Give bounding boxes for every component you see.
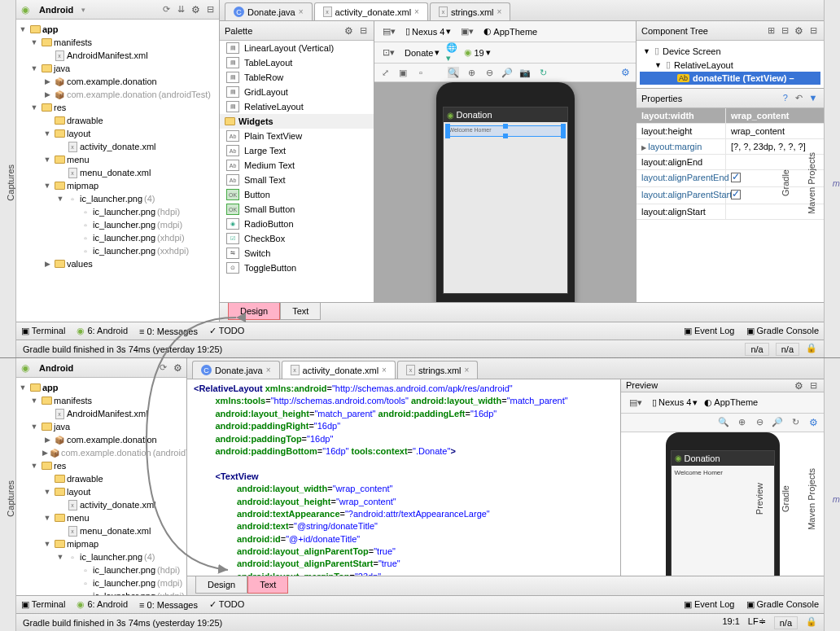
property-row[interactable]: layout:heightwrap_content bbox=[637, 124, 824, 139]
sync-icon[interactable]: ⟳ bbox=[160, 4, 172, 15]
gradle-console-button[interactable]: ▣ Gradle Console bbox=[746, 326, 820, 336]
filter-icon[interactable]: ▼ bbox=[807, 92, 819, 103]
gear-icon[interactable]: ⚙ bbox=[794, 25, 805, 37]
zoom-out-icon[interactable]: ⊖ bbox=[483, 67, 495, 78]
tree-item[interactable]: ▼manifests bbox=[16, 36, 219, 49]
rail-captures[interactable]: Captures bbox=[6, 161, 15, 204]
project-tree-2[interactable]: ◉ Android ⟳ ⚙ ▼app▼manifestsxAndroidMani… bbox=[16, 358, 187, 595]
tree-item[interactable]: ▶📦com.example.donation bbox=[16, 75, 219, 88]
component-item[interactable]: ▼▯Device Screen bbox=[640, 44, 820, 58]
device-selector[interactable]: ▯Nexus 4▾ bbox=[652, 397, 698, 408]
encoding[interactable]: n/a bbox=[774, 616, 798, 629]
help-icon[interactable]: ? bbox=[780, 92, 791, 103]
palette-item[interactable]: ⊙ToggleButton bbox=[220, 261, 374, 275]
tree-item[interactable]: ▼mipmap bbox=[16, 179, 219, 192]
checkbox[interactable] bbox=[731, 173, 741, 182]
actual-icon[interactable]: ▫ bbox=[415, 67, 427, 78]
tree-item[interactable]: ▼java bbox=[16, 62, 219, 75]
zoom-in-icon[interactable]: ⊕ bbox=[736, 417, 747, 428]
revert-icon[interactable]: ↶ bbox=[794, 93, 805, 104]
zoom-in-icon[interactable]: ⊕ bbox=[466, 67, 477, 78]
theme-selector[interactable]: ◐ AppTheme bbox=[483, 26, 537, 37]
tree-item[interactable]: ▶📦com.example.donation (androidTest) bbox=[16, 88, 219, 101]
component-item[interactable]: ▼▯RelativeLayout bbox=[640, 58, 820, 72]
theme-selector[interactable]: ◐AppTheme bbox=[704, 397, 758, 408]
gear-icon[interactable]: ⚙ bbox=[807, 417, 819, 428]
palette-toggle-icon[interactable]: ▤▾ bbox=[626, 396, 645, 410]
tree-item[interactable]: ▼app bbox=[16, 23, 219, 36]
gear-icon[interactable]: ⚙ bbox=[343, 25, 355, 37]
palette-item[interactable]: OKSmall Button bbox=[220, 202, 374, 217]
gear-icon[interactable]: ⚙ bbox=[190, 4, 201, 15]
property-row[interactable]: layout:alignParentEnd bbox=[637, 170, 824, 187]
todo-button[interactable]: ✓ TODO bbox=[209, 326, 244, 336]
android-logcat-button[interactable]: ◉ 6: Android bbox=[77, 326, 128, 336]
checkbox[interactable] bbox=[731, 190, 741, 199]
palette-section[interactable]: Widgets bbox=[220, 114, 374, 129]
fit-icon[interactable]: ▣ bbox=[397, 67, 409, 78]
palette-toggle-icon[interactable]: ▤▾ bbox=[379, 24, 399, 38]
design-tab[interactable]: Design bbox=[195, 576, 247, 594]
lock-icon[interactable]: 🔒 bbox=[806, 616, 817, 628]
tree-item[interactable]: ▫ic_launcher.png (xxhdpi) bbox=[16, 244, 219, 257]
messages-button[interactable]: ≡ 0: Messages bbox=[139, 326, 198, 336]
editor-tab[interactable]: xactivity_donate.xml× bbox=[314, 2, 428, 20]
module-selector[interactable]: Donate▾ bbox=[405, 47, 440, 58]
xml-editor[interactable]: <RelativeLayout xmlns:android="http://sc… bbox=[187, 379, 620, 576]
editor-tab[interactable]: CDonate.java× bbox=[225, 2, 313, 20]
zoom-fit-icon[interactable]: 🔎 bbox=[501, 67, 513, 78]
terminal-button[interactable]: ▣ Terminal bbox=[21, 599, 65, 610]
palette-item[interactable]: ▤TableLayout bbox=[220, 55, 374, 70]
tree-item[interactable]: ▼menu bbox=[16, 153, 219, 166]
palette-item[interactable]: ◉RadioButton bbox=[220, 217, 374, 231]
tree-item[interactable]: drawable bbox=[16, 114, 219, 127]
zoom-icon[interactable]: ⊡▾ bbox=[379, 46, 398, 59]
hide-icon[interactable]: ⊟ bbox=[357, 24, 369, 36]
todo-button[interactable]: ✓ TODO bbox=[209, 599, 244, 610]
property-row[interactable]: layout:alignStart bbox=[637, 204, 824, 220]
tree-item[interactable]: xAndroidManifest.xml bbox=[16, 407, 186, 420]
hide-icon[interactable]: ⊟ bbox=[807, 379, 819, 391]
expand-all-icon[interactable]: ⊞ bbox=[766, 24, 777, 36]
tree-item[interactable]: ▼▫ic_launcher.png (4) bbox=[16, 192, 219, 205]
sync-icon[interactable]: ⟳ bbox=[157, 362, 168, 374]
collapse-all-icon[interactable]: ⊟ bbox=[780, 24, 791, 36]
palette-item[interactable]: ☑CheckBox bbox=[220, 231, 374, 246]
gear-icon[interactable]: ⚙ bbox=[172, 362, 183, 374]
tree-item[interactable]: ▼res bbox=[16, 459, 186, 472]
zoom-actual-icon[interactable]: 🔍 bbox=[448, 67, 459, 78]
property-row[interactable]: ▶ layout:margin[?, ?, 23dp, ?, ?, ?] bbox=[637, 139, 824, 155]
rail-gradle[interactable]: Gradle bbox=[781, 482, 790, 515]
lock-icon[interactable]: 🔒 bbox=[806, 343, 817, 354]
palette-item[interactable]: ▤TableRow bbox=[220, 70, 374, 85]
tree-item[interactable]: ▫ic_launcher.png (hdpi) bbox=[16, 205, 219, 218]
gear-icon[interactable]: ⚙ bbox=[794, 380, 805, 392]
tree-item[interactable]: xactivity_donate.xml bbox=[16, 140, 219, 153]
tree-item[interactable]: ▼manifests bbox=[16, 394, 186, 407]
project-tree[interactable]: ◉ Android ▾ ⟳ ⇊ ⚙ ⊟ ▼app▼manifestsxAndro… bbox=[16, 0, 220, 322]
refresh-icon[interactable]: ↻ bbox=[537, 67, 549, 78]
palette-item[interactable]: ⇋Switch bbox=[220, 246, 374, 261]
messages-button[interactable]: ≡ 0: Messages bbox=[139, 600, 198, 610]
close-icon[interactable]: × bbox=[266, 366, 271, 375]
tree-item[interactable]: ▼▫ic_launcher.png (4) bbox=[16, 550, 186, 563]
property-row[interactable]: layout:alignParentStart bbox=[637, 187, 824, 204]
tree-item[interactable]: xAndroidManifest.xml bbox=[16, 49, 219, 62]
orientation-icon[interactable]: ▣▾ bbox=[457, 24, 477, 38]
screenshot-icon[interactable]: 📷 bbox=[519, 67, 531, 78]
zoom-fit-icon[interactable]: 🔎 bbox=[772, 417, 783, 428]
tree-item[interactable]: ▫ic_launcher.png (hdpi) bbox=[16, 563, 186, 576]
hide-icon[interactable]: ⊟ bbox=[807, 24, 819, 36]
tree-item[interactable]: ▼res bbox=[16, 101, 219, 114]
rail-gradle[interactable]: Gradle bbox=[781, 166, 790, 199]
palette-item[interactable]: AbSmall Text bbox=[220, 173, 374, 187]
text-tab[interactable]: Text bbox=[280, 303, 321, 320]
close-icon[interactable]: × bbox=[465, 366, 470, 375]
selected-widget[interactable]: Welcome Homer bbox=[447, 125, 564, 137]
tree-item[interactable]: xmenu_donate.xml bbox=[16, 166, 219, 179]
palette-item[interactable]: ▤RelativeLayout bbox=[220, 99, 374, 114]
tree-item[interactable]: ▫ic_launcher.png (mdpi) bbox=[16, 218, 219, 231]
event-log-button[interactable]: ▣ Event Log bbox=[684, 326, 735, 336]
gear-icon[interactable]: ⚙ bbox=[619, 67, 631, 78]
tree-item[interactable]: ▼app bbox=[16, 381, 186, 394]
